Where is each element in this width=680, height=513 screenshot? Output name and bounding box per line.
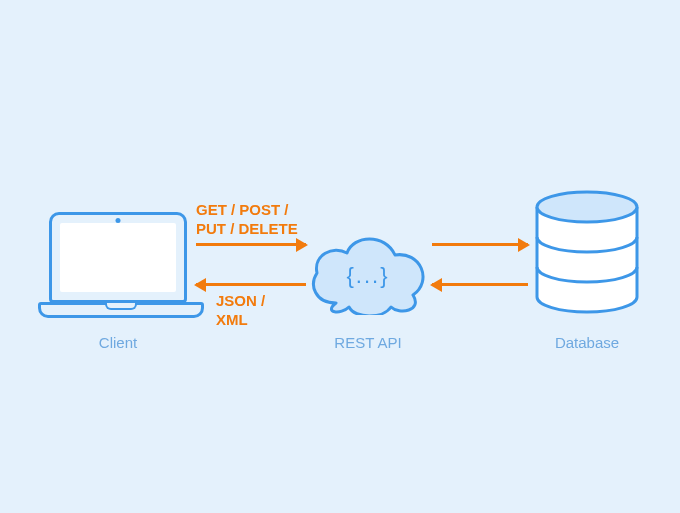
rest-api-icon: {...}: [303, 225, 433, 315]
label-client-to-api: GET / POST / PUT / DELETE: [196, 201, 298, 239]
svg-point-0: [537, 192, 637, 222]
api-braces: {...}: [303, 263, 433, 289]
rest-api-caption: REST API: [303, 334, 433, 351]
database-caption: Database: [527, 334, 647, 351]
arrow-client-to-api: [196, 243, 306, 246]
arrow-database-to-api: [432, 283, 528, 286]
client-icon: [38, 212, 198, 318]
label-api-to-client: JSON / XML: [216, 292, 265, 330]
laptop-base: [38, 302, 204, 318]
arrow-api-to-database: [432, 243, 528, 246]
diagram-stage: Client {...} REST API Database GET / POS…: [0, 0, 680, 513]
arrow-api-to-client: [196, 283, 306, 286]
database-icon: [527, 187, 647, 317]
laptop-screen: [49, 212, 187, 303]
client-caption: Client: [38, 334, 198, 351]
